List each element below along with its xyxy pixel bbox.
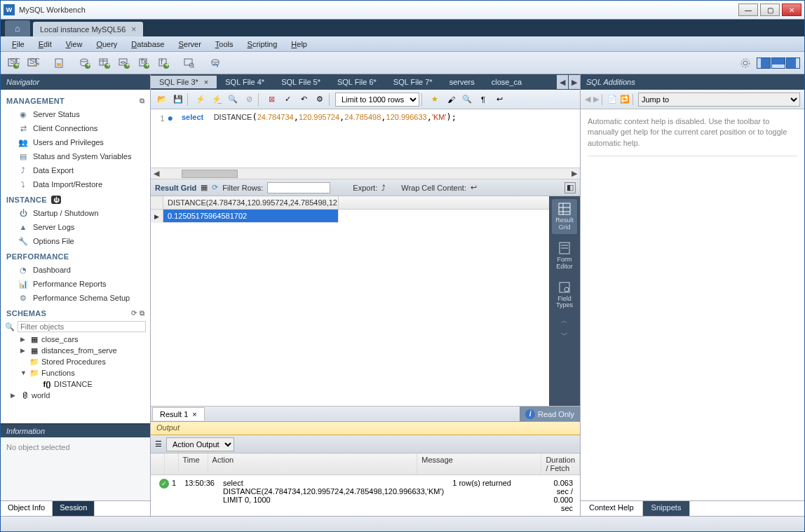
- horizontal-scrollbar[interactable]: ◀▶: [151, 168, 580, 179]
- col-action[interactable]: Action: [208, 453, 418, 475]
- output-row[interactable]: ✓ 1 13:50:36 select DISTANCE(24.784734,1…: [151, 475, 580, 516]
- tree-functions[interactable]: ▼📁Functions: [1, 367, 150, 378]
- connection-tab[interactable]: Local instance MySQL56 ×: [33, 22, 143, 36]
- create-schema-icon[interactable]: +: [76, 55, 93, 71]
- auto-help-icon[interactable]: 🔁: [620, 95, 630, 104]
- export-icon[interactable]: ⤴: [381, 184, 386, 192]
- minimize-button[interactable]: —: [738, 4, 758, 16]
- nav-users-privileges[interactable]: 👥Users and Privileges: [1, 135, 150, 149]
- result-column-header[interactable]: DISTANCE(24.784734,120.995724,24.785498,…: [163, 196, 339, 209]
- filter-rows-input[interactable]: [267, 182, 330, 193]
- menu-tools[interactable]: Tools: [210, 39, 239, 50]
- settings-gear-icon[interactable]: [737, 55, 754, 71]
- grid-view-icon[interactable]: ▦: [201, 183, 208, 192]
- open-file-icon[interactable]: 📂: [155, 93, 169, 107]
- sql-tab[interactable]: close_ca: [483, 76, 530, 88]
- row-indicator-icon[interactable]: ▶: [151, 210, 163, 223]
- sql-tab-active[interactable]: SQL File 3*×: [151, 76, 217, 88]
- reconnect-icon[interactable]: [207, 55, 224, 71]
- create-proc-icon[interactable]: fx+: [135, 55, 152, 71]
- wrap-toggle-icon[interactable]: ↩: [471, 183, 477, 192]
- output-menu-icon[interactable]: ☰: [155, 439, 162, 449]
- new-sql-tab-icon[interactable]: SQL+: [5, 55, 22, 71]
- context-help-tab[interactable]: Context Help: [581, 501, 643, 516]
- invisible-chars-icon[interactable]: ¶: [476, 93, 490, 107]
- nav-perf-reports[interactable]: 📊Performance Reports: [1, 277, 150, 291]
- sql-editor[interactable]: 1● select DISTANCE(24.784734,120.995724,…: [151, 109, 580, 179]
- toggle-sidebar-icon[interactable]: [757, 57, 771, 69]
- stop-on-error-icon[interactable]: ⊠: [264, 93, 278, 107]
- menu-file[interactable]: File: [6, 39, 30, 50]
- nav-client-connections[interactable]: ⇄Client Connections: [1, 121, 150, 135]
- sql-tab[interactable]: servers: [441, 76, 483, 88]
- sql-tab[interactable]: SQL File 5*: [273, 76, 329, 88]
- scroll-down-icon[interactable]: ﹀: [561, 330, 568, 340]
- toggle-secondary-icon[interactable]: [786, 57, 800, 69]
- sql-tab[interactable]: SQL File 4*: [217, 76, 273, 88]
- inspector-icon[interactable]: [50, 55, 67, 71]
- menu-view[interactable]: View: [60, 39, 88, 50]
- nav-status-vars[interactable]: ▤Status and System Variables: [1, 149, 150, 163]
- row-limit-select[interactable]: Limit to 1000 rows: [335, 93, 419, 107]
- result-cell[interactable]: 0.12505175964581702: [163, 210, 339, 223]
- popout-icon[interactable]: ⧉: [140, 97, 144, 105]
- nav-data-export[interactable]: ⤴Data Export: [1, 163, 150, 177]
- tree-distance-fn[interactable]: f()DISTANCE: [1, 378, 150, 390]
- home-tab[interactable]: ⌂: [5, 20, 30, 36]
- schema-filter-input[interactable]: [18, 321, 146, 332]
- create-func-icon[interactable]: f+: [155, 55, 172, 71]
- pin-icon[interactable]: ◧: [564, 182, 576, 193]
- nav-server-logs[interactable]: ▲Server Logs: [1, 220, 150, 234]
- favorite-icon[interactable]: ★: [428, 93, 442, 107]
- manual-help-icon[interactable]: 📄: [607, 95, 617, 104]
- nav-perf-schema-setup[interactable]: ⚙Performance Schema Setup: [1, 291, 150, 305]
- sql-tab[interactable]: SQL File 7*: [385, 76, 441, 88]
- result-grid[interactable]: DISTANCE(24.784734,120.995724,24.785498,…: [151, 196, 549, 406]
- col-duration[interactable]: Duration / Fetch: [541, 453, 580, 475]
- explain-icon[interactable]: 🔍: [226, 93, 240, 107]
- save-file-icon[interactable]: 💾: [171, 93, 185, 107]
- jump-to-select[interactable]: Jump to: [638, 93, 800, 107]
- commit-icon[interactable]: ✓: [280, 93, 295, 107]
- close-icon[interactable]: ×: [192, 410, 196, 418]
- open-sql-icon[interactable]: SQL: [25, 55, 41, 71]
- menu-edit[interactable]: Edit: [33, 39, 58, 50]
- menu-database[interactable]: Database: [126, 39, 170, 50]
- nav-options-file[interactable]: 🔧Options File: [1, 234, 150, 248]
- result-grid-view-button[interactable]: Result Grid: [552, 199, 577, 234]
- maximize-button[interactable]: ▢: [760, 4, 780, 16]
- sql-tab[interactable]: SQL File 6*: [329, 76, 385, 88]
- object-info-tab[interactable]: Object Info: [1, 501, 53, 516]
- nav-server-status[interactable]: ◉Server Status: [1, 107, 150, 121]
- tree-stored-proc[interactable]: 📁Stored Procedures: [1, 356, 150, 367]
- form-editor-button[interactable]: Form Editor: [552, 238, 577, 273]
- close-icon[interactable]: ×: [204, 78, 208, 86]
- nav-back-icon[interactable]: ◀: [585, 95, 590, 104]
- wrap-icon[interactable]: ↩: [492, 93, 506, 107]
- beautify-icon[interactable]: 🖌: [444, 93, 458, 107]
- tree-world[interactable]: ▶🛢world: [1, 390, 150, 401]
- tab-scroll-right-icon[interactable]: ▶: [569, 75, 580, 89]
- tab-scroll-left-icon[interactable]: ◀: [557, 75, 568, 89]
- search-table-icon[interactable]: [181, 55, 198, 71]
- col-message[interactable]: Message: [417, 453, 541, 475]
- nav-startup-shutdown[interactable]: ⏻Startup / Shutdown: [1, 206, 150, 220]
- refresh-schemas-icon[interactable]: ⟳ ⧉: [131, 309, 144, 318]
- create-table-icon[interactable]: +: [96, 55, 113, 71]
- menu-query[interactable]: Query: [90, 39, 123, 50]
- find-icon[interactable]: 🔍: [460, 93, 474, 107]
- execute-cursor-icon[interactable]: ⚡̲: [210, 93, 224, 107]
- menu-server[interactable]: Server: [172, 39, 206, 50]
- create-view-icon[interactable]: +: [116, 55, 133, 71]
- snippets-tab[interactable]: Snippets: [643, 501, 691, 516]
- session-tab[interactable]: Session: [53, 501, 95, 516]
- nav-dashboard[interactable]: ◔Dashboard: [1, 263, 150, 277]
- nav-fwd-icon[interactable]: ▶: [593, 95, 599, 104]
- tree-close-cars[interactable]: ▶▦close_cars: [1, 334, 150, 345]
- close-tab-icon[interactable]: ×: [131, 25, 136, 34]
- refresh-icon[interactable]: ⟳: [212, 183, 218, 192]
- tree-distances[interactable]: ▶▦distances_from_serve: [1, 345, 150, 356]
- autocommit-icon[interactable]: ⚙: [313, 93, 327, 107]
- stop-icon[interactable]: ⊘: [242, 93, 256, 107]
- close-button[interactable]: ✕: [782, 4, 801, 16]
